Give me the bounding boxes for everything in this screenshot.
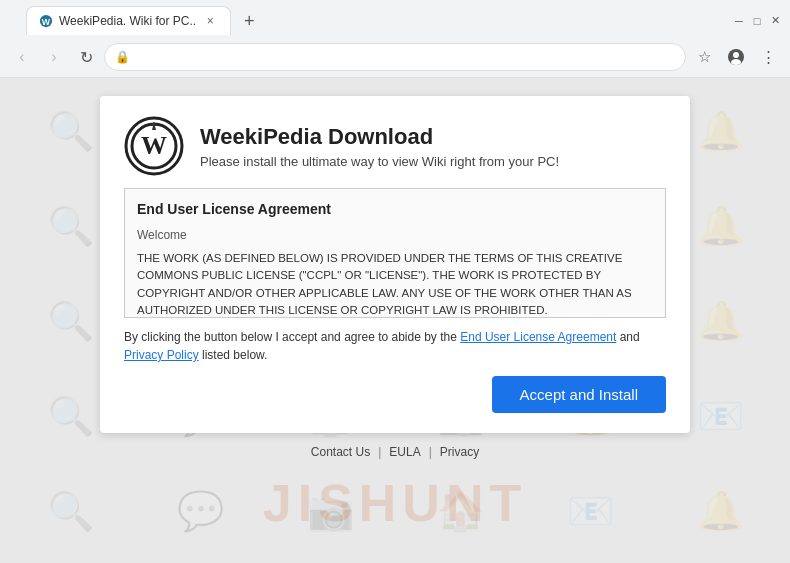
eula-heading: End User License Agreement	[137, 199, 653, 220]
toolbar-icons: ☆ ⋮	[690, 43, 782, 71]
eula-welcome: Welcome	[137, 226, 653, 244]
tab-title: WeekiPedia. Wiki for PC..	[59, 14, 196, 28]
bookmark-button[interactable]: ☆	[690, 43, 718, 71]
page-content: 🔍 💬 📷 🏠 📧 🔔 🔍 💬 🏠 📷 📧 🔔 🔍 🏠 💬 📷 📧 🔔 🔍 💬 …	[0, 78, 790, 563]
contact-link[interactable]: Contact Us	[311, 445, 370, 459]
bg-icon-25: 🔍	[10, 468, 130, 553]
card-header-text: WeekiPedia Download Please install the u…	[200, 124, 559, 169]
svg-text:W: W	[42, 17, 51, 27]
svg-point-3	[733, 52, 739, 58]
lock-icon: 🔒	[115, 50, 130, 64]
browser-chrome: W WeekiPedia. Wiki for PC.. × + ─ □ ✕ ‹ …	[0, 0, 790, 78]
account-icon	[727, 48, 745, 66]
consent-mid: and	[616, 330, 639, 344]
more-button[interactable]: ⋮	[754, 43, 782, 71]
title-bar: W WeekiPedia. Wiki for PC.. × + ─ □ ✕	[0, 0, 790, 39]
eula-box[interactable]: End User License Agreement Welcome THE W…	[124, 188, 666, 318]
nav-bar: ‹ › ↻ 🔒 ☆ ⋮	[0, 39, 790, 77]
maximize-button[interactable]: □	[750, 14, 764, 28]
refresh-button[interactable]: ↻	[72, 43, 100, 71]
forward-button[interactable]: ›	[40, 43, 68, 71]
card-header: W WeekiPedia Download Please install the…	[124, 116, 666, 176]
card-subtitle: Please install the ultimate way to view …	[200, 154, 559, 169]
watermark: JISHUNT	[263, 473, 527, 533]
button-row: Accept and Install	[124, 376, 666, 413]
account-button[interactable]	[722, 43, 750, 71]
svg-point-4	[731, 59, 741, 65]
bg-icon-26: 💬	[140, 468, 260, 553]
footer-sep-2: |	[429, 445, 432, 459]
address-bar[interactable]: 🔒	[104, 43, 686, 71]
accept-install-button[interactable]: Accept and Install	[492, 376, 666, 413]
main-card: W WeekiPedia Download Please install the…	[100, 96, 690, 433]
bg-icon-27: 📷	[270, 468, 390, 553]
eula-link[interactable]: End User License Agreement	[460, 330, 616, 344]
close-button[interactable]: ✕	[768, 14, 782, 28]
footer-sep-1: |	[378, 445, 381, 459]
consent-text: By clicking the button below I accept an…	[124, 328, 666, 364]
bg-icon-28: 🏠	[400, 468, 520, 553]
privacy-footer-link[interactable]: Privacy	[440, 445, 479, 459]
svg-text:W: W	[141, 131, 167, 160]
active-tab[interactable]: W WeekiPedia. Wiki for PC.. ×	[26, 6, 231, 35]
tab-close-button[interactable]: ×	[202, 13, 218, 29]
eula-body-para1: THE WORK (AS DEFINED BELOW) IS PROVIDED …	[137, 250, 653, 318]
bg-icon-29: 📧	[530, 468, 650, 553]
minimize-button[interactable]: ─	[732, 14, 746, 28]
new-tab-button[interactable]: +	[235, 7, 263, 35]
tab-favicon: W	[39, 14, 53, 28]
back-button[interactable]: ‹	[8, 43, 36, 71]
consent-before: By clicking the button below I accept an…	[124, 330, 460, 344]
privacy-link[interactable]: Privacy Policy	[124, 348, 199, 362]
eula-footer-link[interactable]: EULA	[389, 445, 420, 459]
page-footer: Contact Us | EULA | Privacy	[311, 445, 479, 459]
card-title: WeekiPedia Download	[200, 124, 559, 150]
wp-logo: W	[124, 116, 184, 176]
tab-bar: W WeekiPedia. Wiki for PC.. × +	[18, 6, 271, 35]
consent-after: listed below.	[199, 348, 268, 362]
bg-icon-30: 🔔	[660, 468, 780, 553]
